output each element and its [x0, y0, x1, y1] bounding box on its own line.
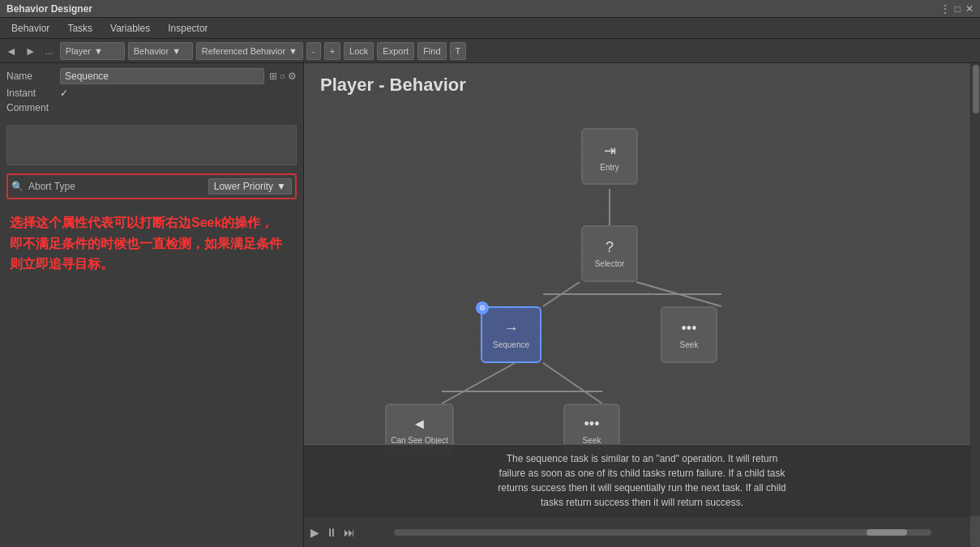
selector-label: Selector — [595, 259, 625, 268]
main-layout: Name ⊞ ○ ⚙ Instant ✓ Comment 🔍 Abort Typ… — [0, 63, 980, 547]
entry-node[interactable]: ⇥ Entry — [581, 128, 638, 185]
player-dropdown[interactable]: Player ▼ — [60, 42, 125, 60]
toolbar: ◄ ► ... Player ▼ Behavior ▼ Referenced B… — [0, 39, 980, 63]
more-icon[interactable]: ⋮ — [940, 3, 950, 15]
minus-button[interactable]: - — [306, 42, 321, 60]
seek-bottom-label: Seek — [583, 436, 601, 445]
title-bar: Behavior Designer ⋮ □ ✕ — [0, 0, 980, 18]
step-button[interactable]: ⏭ — [344, 526, 355, 539]
right-scrollbar[interactable] — [970, 63, 980, 516]
lock-button[interactable]: Lock — [344, 42, 374, 60]
seek-right-icon: ••• — [682, 320, 697, 337]
description-box: The sequence task is similar to an "and"… — [304, 444, 980, 516]
annotation-line3: 则立即追寻目标。 — [10, 257, 113, 271]
referenced-behavior-dropdown[interactable]: Referenced Behavior ▼ — [196, 42, 303, 60]
abort-dropdown-arrow: ▼ — [276, 181, 286, 192]
comment-field-row: Comment — [6, 102, 297, 113]
selector-node[interactable]: ? Selector — [581, 225, 638, 282]
gear-icon[interactable]: ⚙ — [288, 71, 297, 82]
forward-button[interactable]: ► — [23, 45, 39, 58]
sequence-gear-icon: ⚙ — [476, 301, 489, 314]
ellipsis: ... — [42, 45, 57, 57]
referenced-behavior-arrow: ▼ — [289, 46, 297, 56]
horizontal-scroll-thumb[interactable] — [867, 529, 907, 536]
seek-right-label: Seek — [680, 340, 699, 349]
behavior-label: Behavior — [134, 46, 169, 56]
app-title: Behavior Designer — [6, 3, 92, 15]
abort-search-icon: 🔍 — [11, 181, 24, 192]
menu-behavior[interactable]: Behavior — [3, 21, 58, 36]
abort-type-section: 🔍 Abort Type Lower Priority ▼ — [6, 173, 297, 199]
instant-check: ✓ — [60, 88, 68, 99]
plus-button[interactable]: + — [324, 42, 340, 60]
seek-right-node[interactable]: ••• Seek — [661, 306, 717, 363]
left-panel: Name ⊞ ○ ⚙ Instant ✓ Comment 🔍 Abort Typ… — [0, 63, 304, 547]
sequence-label: Sequence — [493, 340, 529, 349]
can-see-icon: ◄ — [413, 416, 427, 433]
name-label: Name — [6, 71, 55, 82]
menu-inspector[interactable]: Inspector — [160, 21, 216, 36]
entry-icon: ⇥ — [604, 142, 616, 160]
close-icon[interactable]: ✕ — [965, 3, 974, 15]
menu-bar: Behavior Tasks Variables Inspector — [0, 18, 980, 39]
abort-type-dropdown[interactable]: Lower Priority ▼ — [208, 178, 292, 194]
bottom-controls: ▶ ⏸ ⏭ — [304, 516, 970, 547]
inspector-section: Name ⊞ ○ ⚙ Instant ✓ Comment — [0, 63, 303, 122]
annotation-line1: 选择这个属性代表可以打断右边Seek的操作， — [10, 216, 273, 229]
window-controls[interactable]: ⋮ □ ✕ — [940, 3, 974, 15]
pause-button[interactable]: ⏸ — [326, 526, 337, 539]
horizontal-scrollbar[interactable] — [394, 529, 931, 536]
abort-type-value: Lower Priority — [214, 181, 273, 192]
menu-variables[interactable]: Variables — [102, 21, 158, 36]
circle-icon[interactable]: ○ — [280, 71, 285, 82]
can-see-label: Can See Object — [391, 436, 448, 445]
maximize-icon[interactable]: □ — [955, 3, 961, 15]
annotation-text: 选择这个属性代表可以打断右边Seek的操作， 即不满足条件的时候也一直检测，如果… — [0, 204, 303, 283]
t-button[interactable]: T — [450, 42, 467, 60]
name-input[interactable] — [60, 68, 264, 84]
referenced-behavior-label: Referenced Behavior — [202, 46, 285, 56]
instant-label: Instant — [6, 88, 55, 99]
behavior-dropdown-arrow: ▼ — [172, 46, 181, 56]
selector-icon: ? — [606, 239, 614, 256]
field-icons: ⊞ ○ ⚙ — [269, 71, 297, 82]
comment-label: Comment — [6, 102, 55, 113]
find-button[interactable]: Find — [417, 42, 446, 60]
description-text: The sequence task is similar to an "and"… — [498, 453, 786, 508]
entry-label: Entry — [600, 163, 618, 172]
right-canvas[interactable]: Player - Behavior ⇥ Entry ? Selecto — [304, 63, 980, 547]
copy-icon[interactable]: ⊞ — [269, 71, 277, 82]
menu-tasks[interactable]: Tasks — [59, 21, 101, 36]
sequence-icon: → — [504, 320, 519, 337]
back-button[interactable]: ◄ — [3, 45, 19, 58]
annotation-line2: 即不满足条件的时候也一直检测，如果满足条件 — [10, 237, 282, 250]
behavior-dropdown[interactable]: Behavior ▼ — [128, 42, 193, 60]
sequence-node[interactable]: ⚙ → Sequence — [481, 306, 541, 363]
canvas-title: Player - Behavior — [320, 75, 466, 96]
instant-field-row: Instant ✓ — [6, 88, 297, 99]
export-button[interactable]: Export — [377, 42, 414, 60]
player-dropdown-arrow: ▼ — [94, 46, 103, 56]
right-scroll-thumb[interactable] — [973, 65, 979, 113]
seek-bottom-icon: ••• — [584, 416, 600, 433]
comment-textarea[interactable] — [6, 125, 297, 165]
abort-type-label: Abort Type — [28, 181, 75, 192]
player-label: Player — [66, 46, 91, 56]
play-button[interactable]: ▶ — [310, 526, 319, 539]
name-field-row: Name ⊞ ○ ⚙ — [6, 68, 297, 84]
